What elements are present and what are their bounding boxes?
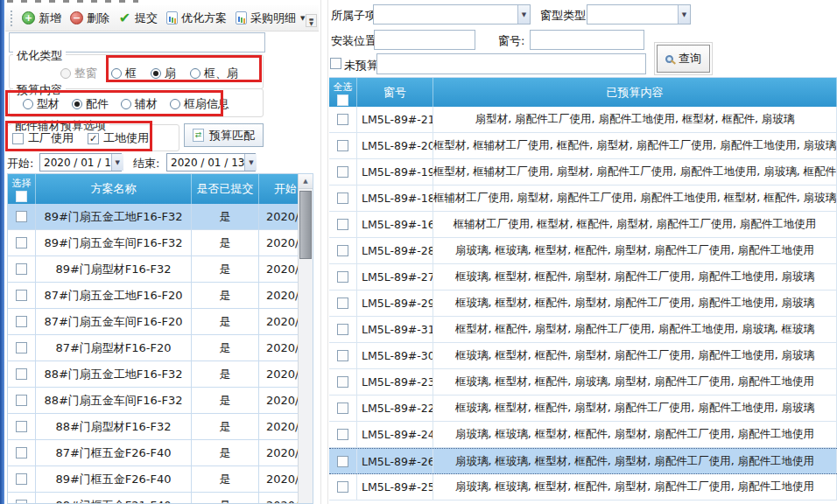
plan-table-row[interactable]: 88#门框五金F21-F40是2020/0 (8, 493, 313, 504)
row-checkbox[interactable] (337, 245, 348, 256)
scroll-up-arrow-icon[interactable]: ▲ (299, 174, 313, 189)
radio-circle-icon[interactable] (23, 99, 33, 109)
sub-item-select[interactable]: ▼ (373, 4, 531, 24)
toolbar-button-新增[interactable]: +新增 (18, 9, 67, 28)
toolbar-button-采购明细[interactable]: 采购明细▼ (232, 9, 310, 28)
row-checkbox[interactable] (337, 298, 348, 309)
plan-table-row[interactable]: 89#门扇型材F16-F32是2020/0 (8, 256, 313, 283)
toolbar-grip-icon[interactable] (11, 10, 12, 26)
checkbox-工厂使用[interactable]: 工厂使用 (12, 130, 74, 146)
row-checkbox[interactable] (337, 192, 348, 204)
radio-circle-icon[interactable] (111, 68, 122, 79)
checkbox-box-icon[interactable] (12, 133, 24, 144)
install-position-input[interactable] (374, 30, 475, 50)
row-checkbox[interactable] (337, 219, 348, 230)
budget-match-button[interactable]: 预算匹配 (184, 123, 264, 147)
budget-header-window-no[interactable]: 窗号 (357, 78, 433, 107)
select-all-checkbox[interactable] (337, 94, 348, 106)
no-budget-input[interactable] (376, 53, 646, 74)
chevron-down-icon[interactable]: ▼ (111, 154, 123, 171)
radio-框、扇[interactable]: 框、扇 (190, 66, 238, 81)
plan-header-submitted[interactable]: 是否已提交 (192, 174, 259, 204)
radio-辅材[interactable]: 辅材 (121, 96, 158, 112)
radio-circle-icon[interactable] (170, 99, 180, 109)
budget-table-row[interactable]: LM5L-89#-25F23扇玻璃, 框玻璃, 框型材, 框配件, 扇型材, 扇… (329, 474, 837, 500)
budget-table-row[interactable]: LM5L-89#-24F22扇玻璃, 框玻璃, 框型材, 框配件, 扇型材, 扇… (329, 422, 837, 448)
radio-扇[interactable]: 扇 (151, 66, 176, 81)
checkbox-工地使用[interactable]: ✓工地使用 (88, 130, 149, 146)
row-checkbox[interactable] (16, 500, 27, 504)
radio-框扇信息[interactable]: 框扇信息 (170, 96, 229, 112)
budget-table-row[interactable]: LM5L-89#-22F20框玻璃, 框型材, 框配件, 扇型材, 扇配件工厂使… (329, 396, 837, 422)
row-checkbox[interactable] (16, 211, 27, 222)
row-checkbox[interactable] (16, 342, 27, 354)
plan-table-row[interactable]: 88#门扇型材F16-F32是2020/0 (8, 414, 313, 440)
toolbar-overflow-button[interactable]: ▬▼ (306, 14, 317, 27)
budget-table-row[interactable]: LM5L-89#-19F17框型材, 框辅材工厂使用, 扇型材, 扇配件工厂使用… (329, 159, 837, 186)
select-all-checkbox[interactable] (16, 191, 27, 202)
no-budget-checkbox[interactable] (330, 58, 341, 69)
plan-table-row[interactable]: 89#门扇五金工地F16-F32是2020/0 (8, 204, 313, 230)
radio-配件[interactable]: 配件 (72, 96, 109, 112)
budget-table-row[interactable]: LM5L-89#-29F27框玻璃, 框型材, 框配件, 扇型材, 扇配件工厂使… (329, 290, 837, 317)
budget-table-row[interactable]: LM5L-89#-31F29框型材, 框配件, 扇型材, 扇配件工厂使用, 扇配… (329, 317, 837, 343)
plan-table-row[interactable]: 87#门扇五金工地F16-F20是2020/0 (8, 283, 313, 309)
budget-table-row[interactable]: LM5L-89#-27F25框玻璃, 框型材, 框配件, 扇型材, 扇配件工厂使… (329, 264, 837, 290)
radio-框[interactable]: 框 (111, 66, 137, 81)
panel-splitter[interactable] (320, 0, 328, 504)
plan-header-name[interactable]: 方案名称 (36, 174, 192, 204)
plan-table-scrollbar[interactable]: ▲ (298, 174, 313, 504)
row-checkbox[interactable] (337, 376, 348, 388)
plan-table-row[interactable]: 88#门扇五金工地F16-F32是2020/0 (8, 361, 313, 388)
row-checkbox[interactable] (337, 324, 348, 335)
budget-header-content[interactable]: 已预算内容 (433, 78, 837, 107)
chevron-down-icon[interactable]: ▼ (244, 154, 257, 171)
row-checkbox[interactable] (16, 290, 27, 301)
row-checkbox[interactable] (337, 350, 348, 361)
row-checkbox[interactable] (16, 395, 27, 406)
scrollbar-thumb[interactable] (299, 191, 312, 259)
row-checkbox[interactable] (16, 316, 27, 327)
row-checkbox[interactable] (337, 166, 348, 178)
budget-table-row[interactable]: LM5L-89#-28F26扇玻璃, 框玻璃, 框型材, 框配件, 扇型材, 扇… (329, 238, 837, 264)
row-checkbox[interactable] (16, 237, 27, 248)
budget-table-row[interactable]: LM5L-89#-23F21框玻璃, 框型材, 框配件, 扇玻璃, 扇型材, 扇… (329, 369, 837, 396)
row-checkbox[interactable] (337, 481, 348, 493)
row-checkbox[interactable] (337, 456, 348, 467)
row-checkbox[interactable] (16, 473, 27, 485)
row-checkbox[interactable] (16, 421, 27, 432)
row-checkbox[interactable] (337, 402, 348, 414)
start-date-picker[interactable]: 2020 / 01 / 1 ▼ (39, 153, 122, 172)
radio-circle-icon[interactable] (190, 68, 200, 79)
dropdown-arrow-icon[interactable]: ▼ (300, 15, 305, 22)
toolbar-button-提交[interactable]: ✔提交 (115, 9, 163, 28)
radio-circle-icon[interactable] (121, 99, 131, 109)
row-checkbox[interactable] (337, 271, 348, 283)
radio-circle-icon[interactable] (151, 68, 161, 79)
plan-table-row[interactable]: 89#门框五金F26-F40是2020/0 (8, 466, 313, 493)
budget-table-row[interactable]: LM5L-89#-18F16框辅材工厂使用, 扇型材, 扇配件工厂使用, 扇配件… (329, 186, 837, 212)
budget-table-row[interactable]: LM5L-89#-26F24扇玻璃, 框玻璃, 框型材, 框配件, 扇型材, 扇… (329, 448, 837, 474)
end-date-picker[interactable]: 2020 / 01 / 13 ▼ (166, 153, 256, 172)
row-checkbox[interactable] (16, 368, 27, 380)
toolbar-button-优化方案[interactable]: 优化方案 (163, 9, 232, 28)
radio-型材[interactable]: 型材 (23, 96, 60, 112)
budget-table-row[interactable]: LM5L-89#-20F18框型材, 框辅材工厂使用, 框配件, 扇型材, 扇配… (329, 133, 837, 159)
query-button[interactable]: 查询 (657, 45, 710, 73)
plan-table-row[interactable]: 87#门扇型材F16-F20是2020/0 (8, 335, 313, 361)
budget-table-row[interactable]: LM5L-89#-16F15框辅材工厂使用, 框型材, 框配件, 扇型材, 扇配… (329, 212, 837, 238)
row-checkbox[interactable] (337, 429, 348, 440)
row-checkbox[interactable] (337, 140, 348, 151)
chevron-down-icon[interactable]: ▼ (517, 5, 530, 24)
plan-table-row[interactable]: 87#门扇五金车间F16-F20是2020/0 (8, 309, 313, 335)
chevron-down-icon[interactable]: ▼ (678, 5, 690, 24)
row-checkbox[interactable] (16, 447, 27, 458)
checkbox-box-icon[interactable]: ✓ (88, 133, 99, 144)
plan-table-row[interactable]: 88#门扇五金车间F16-F32是2020/0 (8, 388, 313, 414)
window-no-input[interactable] (530, 30, 644, 50)
plan-table-row[interactable]: 87#门框五金F26-F40是2020/0 (8, 440, 313, 466)
budget-table-row[interactable]: LM5L-89#-21F19扇型材, 扇配件工厂使用, 扇配件工地使用, 框型材… (329, 107, 837, 133)
row-checkbox[interactable] (16, 263, 27, 275)
budget-table-row[interactable]: LM5L-89#-30F28框玻璃, 框型材, 框配件, 扇型材, 扇配件工厂使… (329, 343, 837, 369)
window-type-select[interactable]: ▼ (587, 4, 691, 24)
